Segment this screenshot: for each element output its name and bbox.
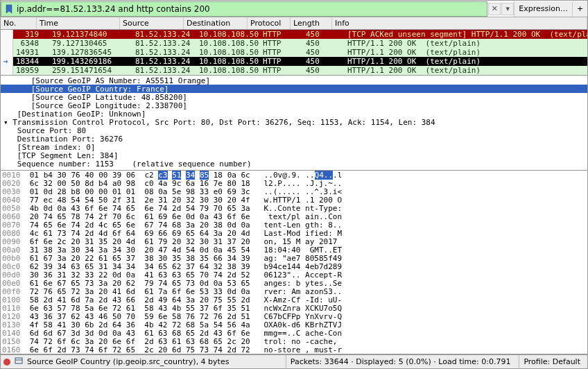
packet-list[interactable]: 31919.12137484081.52.133.2410.108.108.50…	[1, 30, 587, 75]
packet-list-header: No. Time Source Destination Protocol Len…	[1, 17, 587, 30]
bookmark-icon[interactable]	[4, 4, 14, 14]
display-filter-text: ip.addr==81.52.133.24 and http contains …	[17, 4, 210, 14]
packet-bytes-pane[interactable]: 0010 01 b4 30 76 40 00 39 06 c2 c3 51 34…	[1, 171, 587, 354]
detail-line[interactable]: [Stream index: 0]	[1, 143, 587, 151]
add-filter-button[interactable]: +	[572, 1, 587, 17]
detail-line[interactable]: [Source GeoIP Country: France]	[1, 85, 587, 93]
packet-row[interactable]: 18959259.15147165481.52.133.2410.108.108…	[1, 66, 587, 75]
col-source[interactable]: Source	[120, 17, 184, 29]
clear-filter-button[interactable]: ✕	[488, 3, 501, 15]
col-protocol[interactable]: Protocol	[248, 17, 291, 29]
detail-line[interactable]: [Source GeoIP Longitude: 2.338700]	[1, 101, 587, 110]
current-packet-arrow-icon: →	[3, 57, 8, 66]
detail-line[interactable]: Source Port: 80	[1, 126, 587, 135]
status-packets: Packets: 33644 · Displayed: 5 (0.0%) · L…	[286, 355, 515, 368]
col-destination[interactable]: Destination	[184, 17, 248, 29]
status-bar: Source GeoIP Country (ip.geoip.src_count…	[1, 354, 587, 368]
capture-file-icon[interactable]	[15, 357, 23, 367]
col-info[interactable]: Info	[332, 17, 587, 29]
packet-row[interactable]: 31919.12137484081.52.133.2410.108.108.50…	[1, 30, 587, 39]
filter-bar: ip.addr==81.52.133.24 and http contains …	[1, 1, 587, 17]
detail-line[interactable]: ▾ Transmission Control Protocol, Src Por…	[1, 118, 587, 126]
col-no[interactable]: No.	[1, 17, 37, 29]
detail-line[interactable]: [Source GeoIP Latitude: 48.858200]	[1, 93, 587, 101]
filter-history-dropdown[interactable]: ▾	[501, 3, 514, 15]
expression-button[interactable]: Expression…	[514, 1, 572, 17]
svg-rect-0	[15, 358, 22, 363]
expert-info-icon[interactable]	[3, 359, 10, 366]
detail-line[interactable]: [TCP Segment Len: 384]	[1, 151, 587, 160]
col-time[interactable]: Time	[37, 17, 120, 29]
status-profile[interactable]: Profile: Default	[519, 355, 585, 368]
status-field-description: Source GeoIP Country (ip.geoip.src_count…	[27, 357, 229, 366]
detail-line[interactable]: Destination Port: 36276	[1, 135, 587, 143]
packet-details-pane[interactable]: [Source GeoIP AS Number: AS5511 Orange] …	[1, 75, 587, 171]
detail-line[interactable]: Sequence number: 1153 (relative sequence…	[1, 160, 587, 168]
hex-line[interactable]: 0160 6e 6f 2d 73 74 6f 72 65 2c 20 6d 75…	[2, 346, 586, 354]
detail-line[interactable]: [Source GeoIP AS Number: AS5511 Orange]	[1, 76, 587, 85]
packet-row[interactable]: 14931139.12783654581.52.133.2410.108.108…	[1, 48, 587, 57]
detail-line[interactable]: [Destination GeoIP: Unknown]	[1, 110, 587, 118]
packet-row[interactable]: 634879.12713046581.52.133.2410.108.108.5…	[1, 39, 587, 48]
col-length[interactable]: Length	[291, 17, 332, 29]
display-filter-input[interactable]: ip.addr==81.52.133.24 and http contains …	[1, 1, 487, 17]
packet-row[interactable]: →18344199.14326918681.52.133.2410.108.10…	[1, 57, 587, 66]
